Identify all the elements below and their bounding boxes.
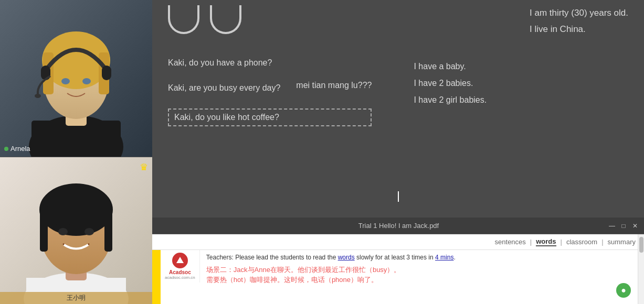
question-3-box: Kaki, do you like hot coffee? — [168, 108, 372, 126]
top-section: I am thirty (30) years old. I live in Ch… — [168, 5, 628, 37]
svg-marker-23 — [176, 257, 184, 263]
svg-rect-20 — [104, 204, 112, 252]
video-top: Arnela — [0, 0, 152, 157]
text-cursor — [398, 191, 399, 202]
video-top-bg — [0, 0, 152, 157]
minimize-button[interactable]: — — [608, 222, 616, 230]
svg-rect-2 — [31, 121, 121, 157]
nav-sentences[interactable]: sentences — [495, 238, 526, 246]
svg-point-18 — [39, 183, 113, 236]
question-3: Kaki, do you like hot coffee? — [174, 113, 279, 122]
right-texts: I am thirty (30) years old. I live in Ch… — [530, 5, 628, 37]
online-indicator — [4, 147, 8, 151]
svg-point-12 — [35, 94, 41, 98]
acadsoc-icon — [172, 253, 188, 268]
u-shape-left — [168, 5, 199, 34]
text-location: I live in China. — [530, 21, 628, 38]
video-bottom-bg — [0, 157, 152, 304]
nav-sep-1: | — [530, 238, 532, 246]
svg-rect-11 — [102, 66, 111, 80]
student-name: 王小明 — [0, 292, 152, 304]
list-item-2: I have 2 babies. — [414, 75, 487, 92]
nav-classroom[interactable]: classroom — [566, 238, 597, 246]
questions-column: Kaki, do you have a phone? Kaki, are you… — [168, 58, 372, 126]
video-bottom: ♛ 王小明 — [0, 157, 152, 304]
maximize-button[interactable]: □ — [620, 222, 627, 230]
pdf-body: Acadsoc acadsoc.com.cn Teachers: Please … — [152, 250, 638, 304]
acadsoc-logo: Acadsoc acadsoc.com.cn — [161, 250, 200, 283]
scrollbar[interactable] — [638, 234, 644, 304]
pdf-text-content: Teachers: Please lead the students to re… — [200, 250, 638, 288]
crown-icon: ♛ — [140, 161, 148, 173]
logo-icons — [168, 5, 241, 34]
acadsoc-name: Acadsoc — [169, 269, 191, 275]
svg-point-8 — [61, 78, 70, 84]
nav-sep-3: | — [601, 238, 603, 246]
u-shape-right — [210, 5, 241, 34]
svg-point-21 — [58, 228, 68, 235]
teacher-name: Arnela — [10, 145, 30, 153]
nav-words[interactable]: words — [536, 237, 556, 246]
svg-point-9 — [82, 78, 91, 84]
svg-rect-19 — [40, 204, 48, 252]
mins-underlined: 4 mins — [435, 254, 453, 261]
questions-section: Kaki, do you have a phone? Kaki, are you… — [168, 58, 628, 126]
nav-sep-2: | — [561, 238, 562, 246]
svg-point-22 — [85, 228, 94, 235]
main-content-area: I am thirty (30) years old. I live in Ch… — [152, 0, 644, 218]
yellow-strip — [152, 250, 161, 304]
question-1: Kaki, do you have a phone? — [168, 58, 372, 68]
acadsoc-domain: acadsoc.com.cn — [165, 275, 195, 280]
chinese-line-1: 场景二：Jack与Anne在聊天。他们谈到最近工作很忙（busy）。 — [206, 265, 631, 275]
list-item-1: I have a baby. — [414, 58, 487, 75]
question-2: Kaki, are you busy every day? — [168, 83, 280, 93]
green-action-button[interactable]: ● — [616, 283, 631, 298]
text-age: I am thirty (30) years old. — [530, 5, 628, 21]
chinese-line-2: 需要热（hot）咖啡提神。这时候，电话（phone）响了。 — [206, 275, 631, 285]
video-top-name: Arnela — [4, 145, 30, 153]
close-button[interactable]: ✕ — [631, 222, 639, 230]
scroll-thumb[interactable] — [639, 237, 643, 253]
chinese-busy: mei tian mang lu??? — [296, 81, 372, 90]
right-list: I have a baby. I have 2 babies. I have 2… — [414, 58, 487, 108]
pdf-window-controls[interactable]: — □ ✕ — [608, 222, 639, 230]
nav-summary[interactable]: summary — [608, 238, 636, 246]
pdf-title: Trial 1 Hello! I am Jack.pdf — [189, 222, 608, 230]
instruction-line: Teachers: Please lead the students to re… — [206, 253, 631, 262]
video-panel: Arnela — [0, 0, 152, 304]
pdf-toolbar: Trial 1 Hello! I am Jack.pdf — □ ✕ — [152, 218, 644, 234]
words-underlined: words — [338, 254, 355, 261]
list-item-3: I have 2 girl babies. — [414, 92, 487, 108]
content-area: I am thirty (30) years old. I live in Ch… — [152, 0, 644, 218]
